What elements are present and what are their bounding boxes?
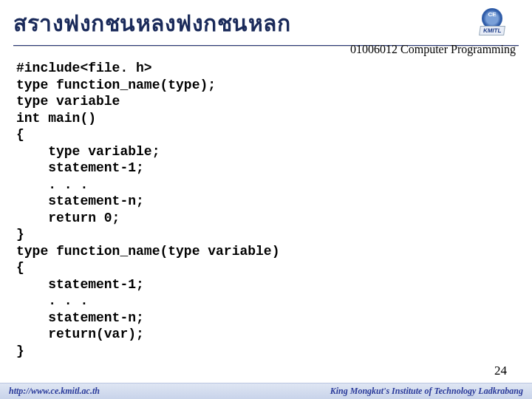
page-number: 24 bbox=[494, 364, 507, 378]
code-block: #include<file. h> type function_name(typ… bbox=[0, 47, 532, 359]
logo-text: KMITL bbox=[479, 26, 505, 35]
institution-logo: KMITL bbox=[468, 4, 516, 38]
course-label: 01006012 Computer Programming bbox=[350, 43, 516, 56]
footer-url: http://www.ce.kmitl.ac.th bbox=[9, 386, 100, 397]
slide-header: สรางฟงกชนหลงฟงกชนหลก KMITL 01006012 Comp… bbox=[0, 0, 532, 47]
footer-institution: King Mongkut's Institute of Technology L… bbox=[330, 386, 523, 397]
slide-title: สรางฟงกชนหลงฟงกชนหลก bbox=[13, 6, 519, 41]
slide-footer: http://www.ce.kmitl.ac.th King Mongkut's… bbox=[0, 383, 532, 399]
